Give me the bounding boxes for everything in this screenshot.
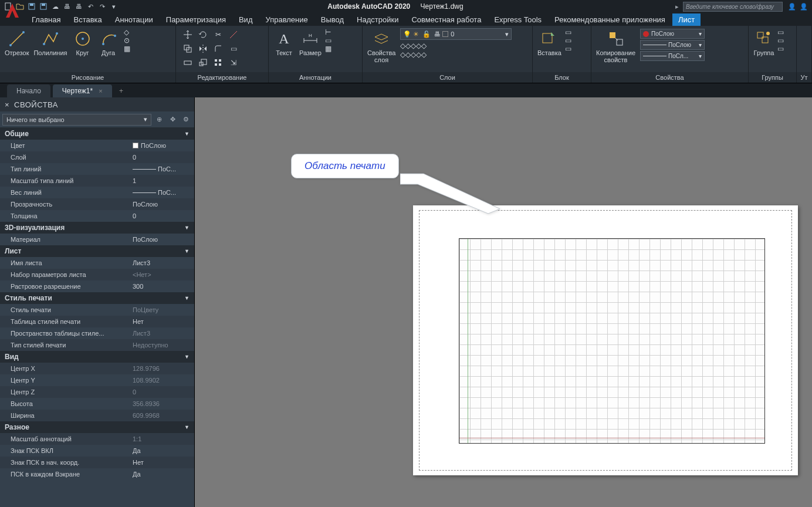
color-combo[interactable]: ПоСлою▾: [640, 29, 705, 39]
circle-button[interactable]: Круг: [70, 28, 96, 58]
panel-title[interactable]: Рисование: [0, 72, 175, 83]
block-tool-icon[interactable]: ▭: [565, 36, 571, 45]
move-icon[interactable]: [181, 28, 195, 41]
polyline-button[interactable]: Полилиния: [31, 28, 69, 58]
viewport[interactable]: [459, 238, 765, 444]
anno-tool-icon[interactable]: ▭: [325, 36, 331, 45]
property-row[interactable]: ПСК в каждом ВэкранеДа: [0, 468, 194, 480]
group-tool-icon[interactable]: ▭: [777, 36, 784, 45]
property-row[interactable]: Таблица стилей печатиНет: [0, 316, 194, 327]
property-row[interactable]: Имя листаЛист3: [0, 257, 194, 269]
qat-dropdown-icon[interactable]: ▾: [109, 1, 119, 12]
insert-button[interactable]: Вставка: [535, 28, 564, 58]
file-tab-start[interactable]: Начало: [7, 84, 50, 97]
layer-tool-icon[interactable]: ◇: [416, 50, 421, 59]
ribbon-tab[interactable]: Аннотации: [109, 13, 159, 26]
panel-title[interactable]: Слои: [363, 72, 532, 83]
layer-tool-icon[interactable]: ◇: [405, 42, 411, 50]
array-icon[interactable]: [211, 56, 225, 69]
extend-icon[interactable]: [226, 28, 241, 41]
property-group-header[interactable]: Общие▼: [0, 128, 194, 140]
signin-icon[interactable]: 👤: [787, 2, 797, 11]
property-row[interactable]: Слой0: [0, 151, 194, 163]
linetype-combo[interactable]: ПоСл...▾: [640, 51, 705, 61]
anno-tool-icon[interactable]: ⊢: [325, 28, 331, 36]
property-group-header[interactable]: Разное▼: [0, 421, 194, 433]
text-button[interactable]: AТекст: [271, 28, 297, 58]
property-row[interactable]: Толщина0: [0, 210, 194, 222]
property-row[interactable]: Стиль печатиПоЦвету: [0, 304, 194, 316]
layer-tool-icon[interactable]: ◇: [411, 42, 416, 50]
property-row[interactable]: Знак ПСК в нач. коорд.Нет: [0, 457, 194, 468]
panel-title[interactable]: Группы: [749, 72, 796, 83]
save-icon[interactable]: [26, 1, 37, 12]
ribbon-tab[interactable]: Вывод: [315, 13, 350, 26]
ribbon-tab[interactable]: Вид: [233, 13, 259, 26]
play-icon[interactable]: ▸: [672, 2, 682, 11]
ribbon-tab[interactable]: Управление: [259, 13, 313, 26]
ribbon-tab[interactable]: Надстройки: [351, 13, 404, 26]
redo-icon[interactable]: ↷: [97, 1, 107, 12]
lineweight-combo[interactable]: ПоСлою▾: [640, 40, 705, 50]
property-row[interactable]: Тип стилей печатиНедоступно: [0, 339, 194, 351]
line-button[interactable]: Отрезок: [2, 28, 31, 58]
file-tab-drawing[interactable]: Чертеж1*×: [53, 84, 112, 97]
layer-tool-icon[interactable]: ◇: [416, 42, 421, 50]
plot-icon[interactable]: 🖶: [62, 1, 72, 12]
arc-button[interactable]: Дуга: [96, 28, 121, 58]
property-group-header[interactable]: 3D-визуализация▼: [0, 222, 194, 234]
layer-tool-icon[interactable]: ◇: [400, 42, 405, 50]
close-icon[interactable]: ×: [5, 100, 9, 109]
property-row[interactable]: Центр Z0: [0, 386, 194, 398]
dimension-button[interactable]: HРазмер: [297, 28, 324, 58]
property-group-header[interactable]: Стиль печати▼: [0, 292, 194, 304]
ribbon-tab[interactable]: Вставка: [67, 13, 107, 26]
search-input[interactable]: Введите ключевое слово/фразу: [683, 2, 783, 12]
hatch-icon[interactable]: ▦: [124, 45, 130, 53]
block-tool-icon[interactable]: ▭: [565, 28, 571, 36]
property-row[interactable]: МатериалПоСлою: [0, 234, 194, 245]
layer-tool-icon[interactable]: ◇: [400, 50, 405, 59]
property-row[interactable]: Вес линийПоС...: [0, 187, 194, 198]
group-button[interactable]: Группа: [751, 28, 777, 58]
table-icon[interactable]: ▦: [325, 45, 331, 53]
mirror-icon[interactable]: [196, 42, 210, 55]
canvas[interactable]: Область печати: [195, 97, 812, 507]
print-icon[interactable]: 🖶: [73, 1, 84, 12]
close-icon[interactable]: ×: [99, 87, 102, 94]
web-icon[interactable]: ☁: [50, 1, 60, 12]
panel-title[interactable]: Ут: [797, 72, 811, 83]
ribbon-tab[interactable]: Express Tools: [488, 13, 547, 26]
layer-properties-button[interactable]: Свойства слоя: [365, 28, 398, 65]
trim-icon[interactable]: ✂: [211, 28, 225, 41]
scale-icon[interactable]: [196, 56, 210, 69]
quick-select-icon[interactable]: ⊕: [153, 114, 165, 126]
layer-combo[interactable]: 💡 ☀ 🔓 🖶 0 ▾: [400, 28, 512, 40]
property-row[interactable]: Масштаб аннотаций1:1: [0, 433, 194, 445]
property-group-header[interactable]: Вид▼: [0, 351, 194, 363]
panel-title[interactable]: Свойства: [591, 72, 748, 83]
ribbon-tab[interactable]: Совместная работа: [405, 13, 487, 26]
property-row[interactable]: Масштаб типа линий1: [0, 175, 194, 187]
tool-icon[interactable]: ▭: [226, 42, 241, 55]
property-row[interactable]: Растровое разрешение300: [0, 280, 194, 292]
property-row[interactable]: Высота356.8936: [0, 398, 194, 410]
fillet-icon[interactable]: [211, 42, 225, 55]
select-icon[interactable]: ✥: [167, 114, 178, 126]
ribbon-tab[interactable]: Главная: [26, 13, 66, 26]
property-row[interactable]: Тип линийПоС...: [0, 163, 194, 175]
layer-tool-icon[interactable]: ◇: [411, 50, 416, 59]
ribbon-tab[interactable]: Параметризация: [160, 13, 232, 26]
match-props-button[interactable]: Копирование свойств: [594, 28, 638, 65]
panel-title[interactable]: Аннотации: [269, 72, 362, 83]
property-group-header[interactable]: Лист▼: [0, 245, 194, 257]
property-row[interactable]: ЦветПоСлою: [0, 140, 194, 151]
ribbon-tab[interactable]: Рекомендованные приложения: [549, 13, 671, 26]
panel-title[interactable]: Блок: [533, 72, 591, 83]
property-row[interactable]: Центр X128.9796: [0, 363, 194, 374]
undo-icon[interactable]: ↶: [85, 1, 96, 12]
property-row[interactable]: Набор параметров листа<Нет>: [0, 269, 194, 280]
qselect-icon[interactable]: ⚙: [180, 114, 192, 126]
property-row[interactable]: Ширина609.9968: [0, 410, 194, 421]
app-logo[interactable]: [1, 0, 23, 22]
